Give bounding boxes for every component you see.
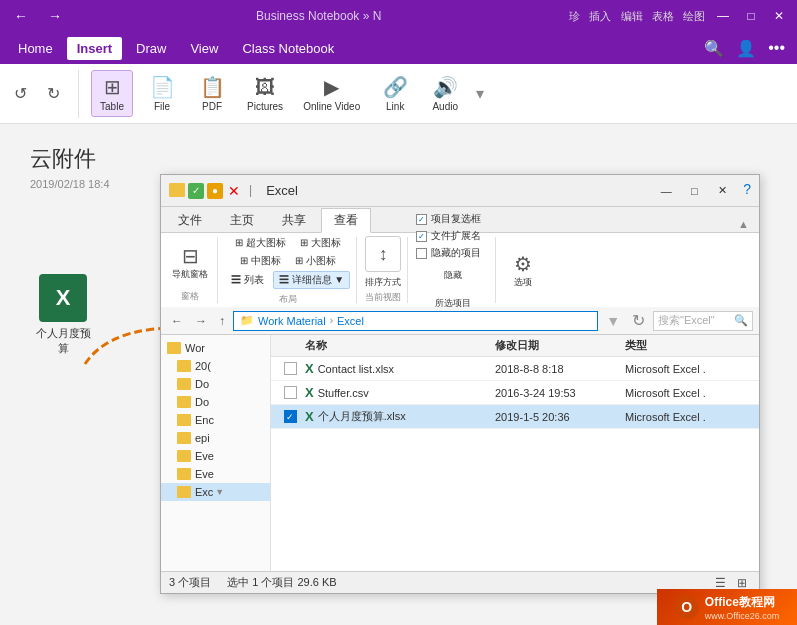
sidebar-label-do1: Do (195, 378, 209, 390)
layout-group-label: 布局 (279, 293, 297, 306)
explorer-close-button[interactable]: ✕ (709, 181, 735, 201)
unchecked-icon-1 (284, 362, 297, 375)
addr-up-button[interactable]: ↑ (215, 312, 229, 330)
options-button[interactable]: ⚙ 选项 (508, 248, 538, 293)
more-button[interactable]: ••• (764, 35, 789, 61)
watermark-main: Office教程网 (705, 594, 779, 611)
header-date[interactable]: 修改日期 (495, 338, 625, 353)
explorer-tab-view[interactable]: 查看 (321, 208, 371, 233)
path-segment-excel[interactable]: Excel (337, 315, 364, 327)
status-info: 3 个项目 选中 1 个项目 29.6 KB (169, 575, 337, 590)
close-button[interactable]: ✕ (769, 6, 789, 26)
excel-file-icon-1: X (305, 361, 314, 376)
sidebar-item-20[interactable]: 20( (161, 357, 270, 375)
sidebar-label-enc: Enc (195, 414, 214, 426)
sort-button[interactable]: ↕ (365, 236, 401, 272)
sidebar-item-enc[interactable]: Enc (161, 411, 270, 429)
excel-file-icon-3: X (305, 409, 314, 424)
sidebar-item-do2[interactable]: Do (161, 393, 270, 411)
ribbon-file-button[interactable]: 📄 File (141, 71, 183, 116)
checkbox-label-3: 隐藏的项目 (431, 246, 481, 260)
maximize-button[interactable]: □ (741, 6, 761, 26)
explorer-help-button[interactable]: ? (743, 181, 751, 201)
extra-large-icons-button[interactable]: ⊞ 超大图标 (230, 235, 291, 251)
table-row[interactable]: X Stuffer.csv 2016-3-24 19:53 Microsoft … (271, 381, 759, 405)
medium-icons-button[interactable]: ⊞ 中图标 (235, 253, 286, 269)
large-icons-button[interactable]: ⊞ 大图标 (295, 235, 346, 251)
ribbon-link-button[interactable]: 🔗 Link (374, 71, 416, 116)
redo-button[interactable]: ↻ (41, 80, 66, 107)
menu-draw[interactable]: Draw (126, 37, 176, 60)
menu-class-notebook[interactable]: Class Notebook (232, 37, 344, 60)
explorer-maximize-button[interactable]: □ (681, 181, 707, 201)
menu-view[interactable]: View (180, 37, 228, 60)
ribbon-online-video-button[interactable]: ▶ Online Video (297, 71, 366, 116)
table-row[interactable]: ✓ X 个人月度预算.xlsx 2019-1-5 20:36 Microsoft… (271, 405, 759, 429)
small-icons-button[interactable]: ⊞ 小图标 (290, 253, 341, 269)
explorer-tab-home[interactable]: 主页 (217, 208, 267, 232)
details-view-button[interactable]: ☰ 详细信息 ▼ (273, 271, 350, 289)
sort-label: 排序方式 (365, 276, 401, 289)
search-button[interactable]: 🔍 (700, 35, 728, 62)
checkbox-extensions[interactable]: ✓ (416, 231, 427, 242)
orange-icon: ● (207, 183, 223, 199)
menu-insert[interactable]: Insert (67, 37, 122, 60)
pdf-label: PDF (202, 101, 222, 112)
audio-icon: 🔊 (433, 75, 458, 99)
sidebar-label-eve2: Eve (195, 468, 214, 480)
explorer-close-icon[interactable]: ✕ (226, 183, 242, 199)
header-type[interactable]: 类型 (625, 338, 755, 353)
back-button[interactable]: ← (8, 6, 34, 26)
ribbon-audio-button[interactable]: 🔊 Audio (424, 71, 466, 116)
file-date-1: 2018-8-8 8:18 (495, 363, 625, 375)
ribbon-more-button[interactable]: ▾ (476, 84, 484, 103)
unchecked-icon-2 (284, 386, 297, 399)
checkbox-item-2[interactable]: ✓ 文件扩展名 (416, 229, 481, 243)
explorer-pane-group: ⊟ 导航窗格 窗格 (169, 237, 218, 303)
table-row[interactable]: X Contact list.xlsx 2018-8-8 8:18 Micros… (271, 357, 759, 381)
sidebar-item-wor[interactable]: Wor (161, 339, 270, 357)
hide-button[interactable]: 隐藏 (432, 261, 474, 289)
row-checkbox-3[interactable]: ✓ (275, 410, 305, 423)
sidebar-item-exc[interactable]: Exc ▼ (161, 483, 270, 501)
ribbon-pictures-button[interactable]: 🖼 Pictures (241, 72, 289, 116)
sidebar-folder-icon-7 (177, 450, 191, 462)
explorer-search-input[interactable]: 搜索"Excel" 🔍 (653, 311, 753, 331)
navigation-pane-button[interactable]: ⊟ 导航窗格 (169, 237, 211, 288)
explorer-tab-file[interactable]: 文件 (165, 208, 215, 232)
ribbon-divider-1 (78, 70, 79, 118)
checkbox-item-3[interactable]: 隐藏的项目 (416, 246, 481, 260)
sidebar-item-epi[interactable]: epi (161, 429, 270, 447)
addr-refresh-button[interactable]: ↻ (628, 311, 649, 330)
sidebar-item-eve1[interactable]: Eve (161, 447, 270, 465)
ribbon-table-button[interactable]: ⊞ Table (91, 70, 133, 117)
checkbox-item-1[interactable]: ✓ 项目复选框 (416, 212, 481, 226)
addr-dropdown-button[interactable]: ▼ (602, 313, 624, 329)
file-label: File (154, 101, 170, 112)
addr-back-button[interactable]: ← (167, 312, 187, 330)
list-view-button[interactable]: ☰ 列表 (226, 272, 269, 288)
checkbox-item-checkboxes[interactable]: ✓ (416, 214, 427, 225)
forward-button[interactable]: → (42, 6, 68, 26)
person-button[interactable]: 👤 (732, 35, 760, 62)
excel-file-attachment[interactable]: X 个人月度预算 (28, 274, 98, 356)
sidebar-item-eve2[interactable]: Eve (161, 465, 270, 483)
sort-icon: ↕ (379, 244, 388, 265)
layout-row-1: ⊞ 超大图标 ⊞ 大图标 (230, 235, 346, 251)
sidebar-item-do1[interactable]: Do (161, 375, 270, 393)
ribbon-collapse-button[interactable]: ▲ (732, 216, 755, 232)
minimize-button[interactable]: — (713, 6, 733, 26)
explorer-minimize-button[interactable]: — (653, 181, 679, 201)
undo-button[interactable]: ↺ (8, 80, 33, 107)
title-bar-left: ← → (8, 6, 68, 26)
checkbox-hidden[interactable] (416, 248, 427, 259)
row-checkbox-2[interactable] (275, 386, 305, 399)
menu-home[interactable]: Home (8, 37, 63, 60)
row-checkbox-1[interactable] (275, 362, 305, 375)
path-segment-work-material[interactable]: Work Material (258, 315, 326, 327)
ribbon-pdf-button[interactable]: 📋 PDF (191, 71, 233, 116)
address-path[interactable]: 📁 Work Material › Excel (233, 311, 598, 331)
explorer-tab-share[interactable]: 共享 (269, 208, 319, 232)
addr-forward-button[interactable]: → (191, 312, 211, 330)
header-name[interactable]: 名称 (305, 338, 495, 353)
